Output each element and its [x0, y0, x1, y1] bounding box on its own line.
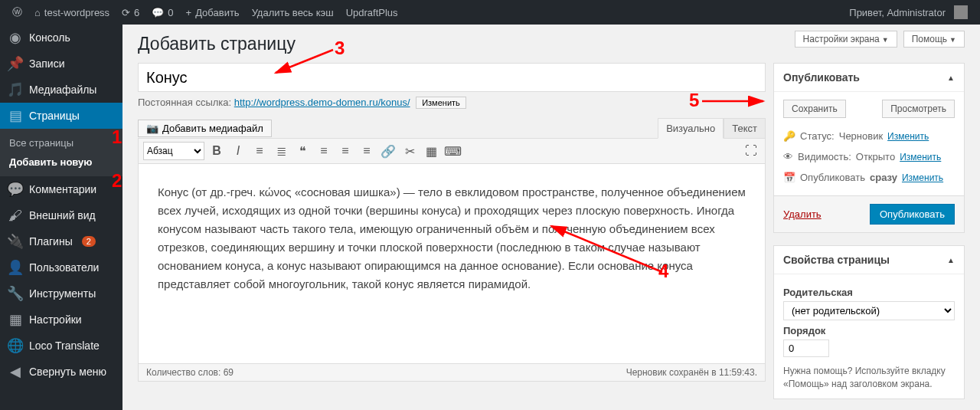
page-title-input[interactable] — [138, 63, 766, 92]
italic-button[interactable]: I — [229, 142, 247, 160]
admin-sidebar: ◉Консоль 📌Записи 🎵Медиафайлы ▤Страницы В… — [0, 25, 122, 410]
home-icon: ⌂ — [34, 7, 41, 18]
plugin-icon: 🔌 — [8, 234, 23, 249]
publish-button[interactable]: Опубликовать — [870, 204, 955, 225]
menu-collapse[interactable]: ◀Свернуть меню — [0, 359, 122, 385]
status-label: Статус: — [800, 130, 835, 142]
settings-icon: ▦ — [8, 312, 23, 327]
menu-settings[interactable]: ▦Настройки — [0, 307, 122, 333]
order-label: Порядок — [783, 325, 955, 336]
chevron-down-icon: ▼ — [882, 36, 889, 44]
permalink-edit-button[interactable]: Изменить — [416, 97, 466, 109]
publish-box: Опубликовать▲ Сохранить Просмотреть 🔑Ста… — [773, 63, 965, 233]
align-center-button[interactable]: ≡ — [336, 142, 354, 160]
user-icon: 👤 — [8, 260, 23, 275]
add-new-link[interactable]: +Добавить — [180, 0, 246, 25]
chevron-up-icon: ▲ — [947, 256, 955, 264]
add-media-button[interactable]: 📷Добавить медиафайл — [138, 120, 272, 137]
visibility-edit-link[interactable]: Изменить — [900, 152, 941, 162]
parent-select[interactable]: (нет родительской) — [783, 301, 955, 320]
status-value: Черновик — [839, 130, 883, 142]
clear-cache-link[interactable]: Удалить весь кэш — [246, 0, 340, 25]
wp-logo[interactable]: ⓦ — [6, 0, 28, 25]
parent-label: Родительская — [783, 287, 955, 298]
comments-link[interactable]: 💬0 — [145, 0, 179, 25]
menu-plugins[interactable]: 🔌Плагины2 — [0, 228, 122, 254]
wrench-icon: 🔧 — [8, 286, 23, 301]
menu-users[interactable]: 👤Пользователи — [0, 254, 122, 280]
eye-icon: 👁 — [783, 151, 793, 162]
link-button[interactable]: 🔗 — [379, 142, 397, 160]
toolbar-toggle-button[interactable]: ▦ — [422, 142, 440, 160]
editor: Абзац B I ≡ ≣ ❝ ≡ ≡ ≡ 🔗 ✂ ▦ ⌨ ⛶ Конус (о… — [138, 138, 766, 382]
permalink-url[interactable]: http://wordpress.demo-domen.ru/konus/ — [234, 97, 410, 108]
editor-toolbar: Абзац B I ≡ ≣ ❝ ≡ ≡ ≡ 🔗 ✂ ▦ ⌨ ⛶ — [139, 139, 765, 164]
collapse-icon: ◀ — [8, 364, 23, 379]
chevron-down-icon: ▼ — [949, 36, 956, 44]
align-right-button[interactable]: ≡ — [358, 142, 376, 160]
more-button[interactable]: ✂ — [400, 142, 419, 160]
bold-button[interactable]: B — [207, 142, 226, 160]
align-left-button[interactable]: ≡ — [315, 142, 333, 160]
publish-box-header[interactable]: Опубликовать▲ — [774, 64, 964, 92]
comment-icon: 💬 — [152, 7, 164, 18]
wordpress-icon: ⓦ — [12, 5, 22, 19]
save-draft-button[interactable]: Сохранить — [783, 100, 846, 118]
format-select[interactable]: Абзац — [143, 142, 204, 160]
dashboard-icon: ◉ — [8, 30, 23, 45]
keyboard-button[interactable]: ⌨ — [443, 142, 462, 160]
screen-options-button[interactable]: Настройки экрана▼ — [795, 31, 897, 48]
updraft-link[interactable]: UpdraftPlus — [340, 0, 404, 25]
refresh-icon: ⟳ — [122, 7, 130, 18]
submenu-add-page[interactable]: Добавить новую — [0, 153, 122, 172]
tab-text[interactable]: Текст — [724, 118, 766, 138]
schedule-edit-link[interactable]: Изменить — [902, 172, 943, 183]
permalink-label: Постоянная ссылка: — [138, 97, 231, 108]
word-count: Количество слов: 69 — [146, 367, 234, 378]
fullscreen-button[interactable]: ⛶ — [742, 142, 760, 160]
tab-visual[interactable]: Визуально — [658, 118, 724, 139]
quote-button[interactable]: ❝ — [293, 142, 312, 160]
draft-saved: Черновик сохранён в 11:59:43. — [626, 367, 757, 378]
media-icon: 📷 — [146, 123, 158, 134]
schedule-label: Опубликовать — [800, 172, 865, 183]
updates-link[interactable]: ⟳6 — [116, 0, 145, 25]
schedule-value: сразу — [870, 172, 897, 183]
menu-dashboard[interactable]: ◉Консоль — [0, 25, 122, 51]
update-badge: 2 — [82, 236, 96, 247]
site-link[interactable]: ⌂test-wordpress — [28, 0, 116, 25]
bullet-list-button[interactable]: ≡ — [250, 142, 269, 160]
key-icon: 🔑 — [783, 130, 795, 142]
avatar — [954, 5, 968, 19]
menu-tools[interactable]: 🔧Инструменты — [0, 280, 122, 307]
visibility-label: Видимость: — [798, 151, 851, 162]
user-greeting[interactable]: Привет, Administrator — [843, 0, 974, 25]
page-attributes-header[interactable]: Свойства страницы▲ — [774, 246, 964, 274]
chevron-up-icon: ▲ — [947, 74, 955, 82]
menu-appearance[interactable]: 🖌Внешний вид — [0, 202, 122, 228]
order-input[interactable] — [783, 339, 829, 357]
page-attributes-box: Свойства страницы▲ Родительская (нет род… — [773, 245, 965, 399]
menu-media[interactable]: 🎵Медиафайлы — [0, 77, 122, 103]
help-button[interactable]: Помощь▼ — [903, 31, 965, 48]
preview-button[interactable]: Просмотреть — [882, 100, 955, 118]
comment-icon: 💬 — [8, 182, 23, 197]
status-edit-link[interactable]: Изменить — [887, 131, 929, 142]
menu-loco[interactable]: 🌐Loco Translate — [0, 333, 122, 359]
attributes-help: Нужна помощь? Используйте вкладку «Помощ… — [783, 365, 955, 391]
menu-comments[interactable]: 💬Комментарии — [0, 176, 122, 202]
pin-icon: 📌 — [8, 56, 23, 71]
loco-icon: 🌐 — [8, 338, 23, 353]
menu-pages[interactable]: ▤Страницы — [0, 103, 122, 129]
submenu-all-pages[interactable]: Все страницы — [0, 133, 122, 153]
permalink-row: Постоянная ссылка: http://wordpress.demo… — [138, 97, 766, 109]
page-icon: ▤ — [8, 108, 23, 123]
menu-posts[interactable]: 📌Записи — [0, 51, 122, 77]
calendar-icon: 📅 — [783, 172, 795, 183]
brush-icon: 🖌 — [8, 208, 23, 223]
admin-bar: ⓦ ⌂test-wordpress ⟳6 💬0 +Добавить Удалит… — [0, 0, 980, 25]
number-list-button[interactable]: ≣ — [272, 142, 290, 160]
editor-body[interactable]: Конус (от др.-греч. κώνος «сосновая шишк… — [139, 164, 765, 363]
delete-link[interactable]: Удалить — [783, 208, 822, 220]
editor-footer: Количество слов: 69 Черновик сохранён в … — [139, 363, 765, 381]
